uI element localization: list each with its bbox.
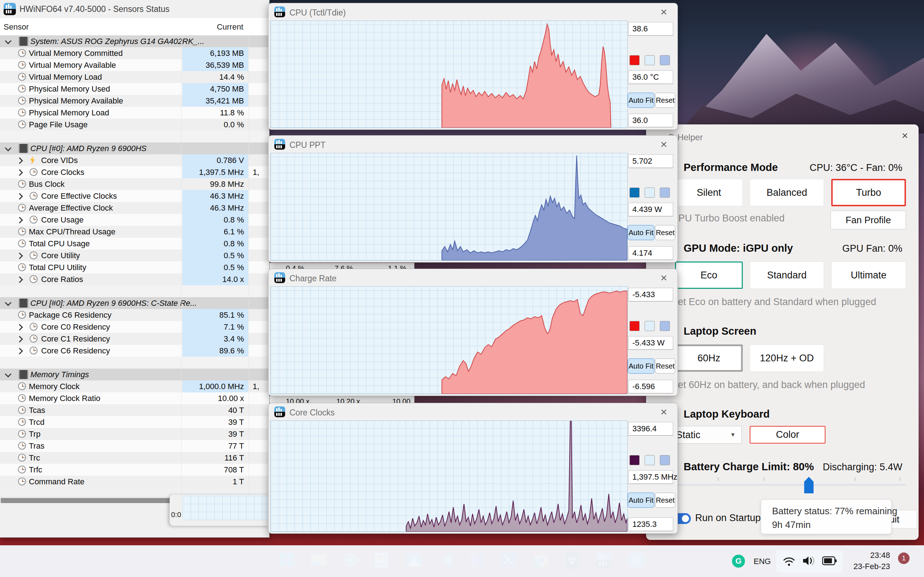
tray-language[interactable]: ENG [754, 557, 771, 566]
grid-color-swatch[interactable] [660, 455, 670, 465]
sensor-row[interactable]: Physical Memory Load11.8 % [0, 107, 269, 119]
reset-button[interactable]: Reset [655, 358, 675, 374]
graph-min-value[interactable]: -6.596 [628, 380, 673, 393]
background-color-swatch[interactable] [645, 455, 655, 465]
column-sensor[interactable]: Sensor [3, 23, 29, 32]
chevron-right-icon[interactable] [16, 217, 23, 223]
reset-button[interactable]: Reset [655, 93, 675, 108]
background-color-swatch[interactable] [645, 55, 655, 65]
sensor-row[interactable]: Core Usage0.8 % [0, 214, 269, 226]
graph-max-value[interactable]: 38.6 [628, 22, 673, 36]
graph-max-value[interactable]: -5.433 [628, 288, 673, 301]
tray-clock[interactable]: 23:48 23-Feb-23 [845, 550, 890, 573]
perf-turbo-button[interactable]: Turbo [831, 179, 906, 206]
tray-grammarly-icon[interactable]: G [732, 554, 745, 567]
sensor-group-row[interactable]: CPU [#0]: AMD Ryzen 9 6900HS: C-State Re… [0, 297, 269, 309]
reset-button[interactable]: Reset [655, 225, 675, 240]
sensor-row[interactable]: Physical Memory Available35,421 MB [0, 95, 269, 107]
gpu-ultimate-button[interactable]: Ultimate [831, 261, 906, 289]
battery-icon[interactable] [822, 556, 837, 566]
screen-120hz-button[interactable]: 120Hz + OD [750, 344, 824, 372]
close-icon[interactable]: × [657, 271, 671, 285]
screen-60hz-button[interactable]: 60Hz [675, 344, 743, 372]
sensor-row[interactable]: Memory Clock1,000.0 MHz1, [0, 380, 269, 392]
sensor-row[interactable]: Core Utility0.5 % [0, 250, 269, 261]
sensor-row[interactable]: Trcd39 T [0, 416, 269, 428]
chevron-down-icon[interactable] [5, 371, 11, 377]
hwinfo-hscrollbar-thumb[interactable] [1, 498, 175, 503]
sensor-row[interactable]: Core VIDs0.786 V [0, 154, 269, 166]
graph-current-value[interactable]: 4.439 W [628, 203, 673, 216]
graph-plot-area[interactable] [270, 21, 628, 128]
sensor-row[interactable]: Command Rate1 T [0, 475, 269, 488]
sensor-row[interactable]: Core C6 Residency89.6 % [0, 345, 269, 357]
close-icon[interactable]: × [657, 138, 671, 151]
volume-icon[interactable] [802, 554, 816, 567]
sensor-group-row[interactable]: Memory Timings [0, 369, 269, 380]
close-icon[interactable]: × [897, 129, 913, 142]
chevron-right-icon[interactable] [16, 324, 23, 330]
gpu-eco-button[interactable]: Eco [675, 261, 743, 289]
chevron-right-icon[interactable] [16, 253, 23, 259]
graph-max-value[interactable]: 3396.4 [628, 422, 673, 436]
autofit-button[interactable]: Auto Fit [628, 493, 654, 508]
sensor-row[interactable]: Virtual Memory Committed6,193 MB [0, 47, 269, 59]
sensor-row[interactable]: Tras77 T [0, 440, 269, 452]
battery-limit-slider-thumb[interactable] [804, 477, 814, 493]
graph-current-value[interactable]: 1,397.5 MHz [628, 470, 673, 484]
perf-silent-button[interactable]: Silent [675, 179, 743, 206]
grid-color-swatch[interactable] [660, 187, 670, 198]
autofit-button[interactable]: Auto Fit [628, 358, 654, 374]
chevron-right-icon[interactable] [16, 276, 23, 283]
series-color-swatch[interactable] [630, 187, 640, 198]
chevron-right-icon[interactable] [16, 157, 23, 164]
graph-current-value[interactable]: -5.433 W [628, 336, 673, 350]
graph-current-value[interactable]: 36.0 °C [628, 70, 673, 84]
chevron-down-icon[interactable] [5, 299, 11, 306]
chevron-down-icon[interactable] [5, 37, 11, 44]
sensor-row[interactable]: Core C0 Residency7.1 % [0, 321, 269, 333]
gpu-standard-button[interactable]: Standard [750, 261, 824, 289]
chevron-right-icon[interactable] [16, 336, 23, 342]
sensor-row[interactable]: Core Ratios14.0 x [0, 273, 269, 285]
notification-badge[interactable]: 1 [898, 553, 909, 564]
close-icon[interactable]: × [657, 5, 671, 19]
sensor-row[interactable]: Trfc708 T [0, 464, 269, 475]
hwinfo-titlebar[interactable]: HWiNFO64 v7.40-5000 - Sensors Status [0, 0, 269, 18]
sensor-row[interactable]: Bus Clock99.8 MHz [0, 178, 269, 190]
close-icon[interactable]: × [657, 405, 671, 419]
autofit-button[interactable]: Auto Fit [628, 225, 654, 240]
sensor-row[interactable]: Core Clocks1,397.5 MHz1, [0, 166, 269, 178]
chevron-down-icon[interactable] [5, 145, 11, 151]
graph-min-value[interactable]: 36.0 [628, 114, 673, 127]
reset-button[interactable]: Reset [655, 493, 675, 508]
sensor-group-row[interactable]: CPU [#0]: AMD Ryzen 9 6900HS [0, 142, 269, 154]
sensor-row[interactable]: Virtual Memory Load14.4 % [0, 71, 269, 83]
grid-color-swatch[interactable] [660, 321, 670, 331]
fan-profile-button[interactable]: Fan Profile [830, 211, 906, 229]
sensor-row[interactable]: Core C1 Residency3.4 % [0, 333, 269, 345]
sensor-row[interactable]: Trp39 T [0, 428, 269, 440]
keyboard-mode-dropdown[interactable]: Static ▾ [671, 426, 742, 443]
graph-min-value[interactable]: 4.174 [628, 246, 673, 260]
autofit-button[interactable]: Auto Fit [628, 93, 654, 108]
series-color-swatch[interactable] [630, 55, 640, 65]
chevron-right-icon[interactable] [16, 193, 23, 200]
battery-limit-slider[interactable] [671, 484, 906, 486]
column-current[interactable]: Current [217, 23, 243, 32]
sensor-row[interactable]: Average Effective Clock46.3 MHz [0, 202, 269, 214]
sensor-row[interactable]: Total CPU Utility0.5 % [0, 261, 269, 273]
perf-balanced-button[interactable]: Balanced [750, 179, 824, 206]
sensor-row[interactable]: Trc116 T [0, 452, 269, 464]
graph-plot-area[interactable] [270, 286, 628, 394]
sensor-row[interactable]: Max CPU/Thread Usage6.1 % [0, 226, 269, 238]
wifi-icon[interactable] [782, 555, 795, 567]
sensor-group-row[interactable]: System: ASUS ROG Zephyrus G14 GA402RK_..… [0, 35, 269, 47]
sensor-row[interactable]: Virtual Memory Available36,539 MB [0, 59, 269, 71]
keyboard-color-button[interactable]: Color [750, 426, 825, 443]
sensor-row[interactable]: Package C6 Residency85.1 % [0, 309, 269, 321]
chevron-right-icon[interactable] [16, 348, 23, 354]
background-color-swatch[interactable] [645, 187, 655, 198]
grid-color-swatch[interactable] [660, 55, 670, 65]
sensor-row[interactable]: Memory Clock Ratio10.00 x [0, 392, 269, 404]
